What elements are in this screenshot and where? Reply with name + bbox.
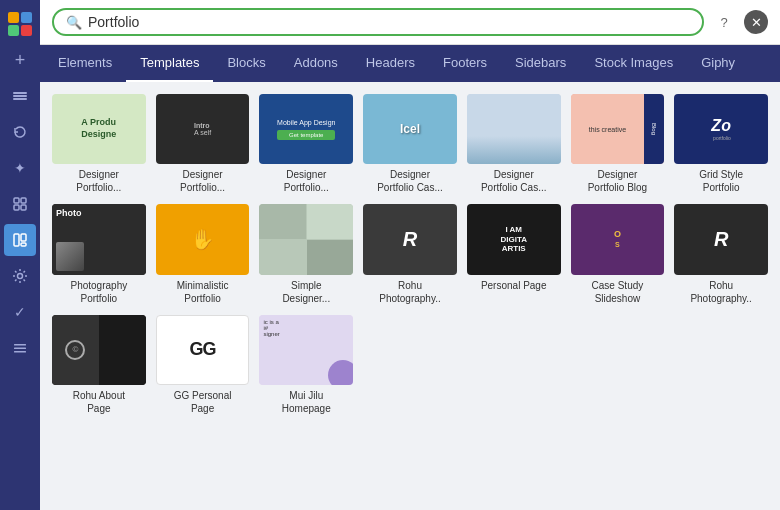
template-item[interactable]: ZoportfolioGrid StylePortfolio (674, 94, 768, 194)
template-grid: A ProduDesigneDesignerPortfolio...IntroA… (52, 94, 768, 415)
template-item[interactable]: A ProduDesigneDesignerPortfolio... (52, 94, 146, 194)
content-area: A ProduDesigneDesignerPortfolio...IntroA… (40, 82, 780, 510)
svg-rect-6 (13, 98, 27, 100)
tab-addons[interactable]: Addons (280, 45, 352, 82)
main-content: 🔍 ? ✕ Elements Templates Blocks Addons H… (40, 0, 780, 510)
template-label: Mui JiluHomepage (259, 389, 353, 415)
svg-rect-10 (21, 205, 26, 210)
sidebar-item-menu[interactable] (4, 332, 36, 364)
template-label: Rohu AboutPage (52, 389, 146, 415)
tab-blocks[interactable]: Blocks (213, 45, 279, 82)
tab-sidebars[interactable]: Sidebars (501, 45, 580, 82)
svg-rect-7 (14, 198, 19, 203)
close-button[interactable]: ✕ (744, 10, 768, 34)
help-button[interactable]: ? (712, 10, 736, 34)
template-item[interactable]: IcelDesignerPortfolio Cas... (363, 94, 457, 194)
tab-stock-images[interactable]: Stock Images (580, 45, 687, 82)
template-label: RohuPhotography.. (363, 279, 457, 305)
svg-rect-16 (14, 348, 26, 350)
template-label: SimpleDesigner... (259, 279, 353, 305)
template-item[interactable]: OSCase StudySlideshow (571, 204, 665, 304)
svg-rect-4 (13, 92, 27, 94)
svg-rect-5 (13, 95, 27, 97)
svg-rect-8 (21, 198, 26, 203)
tab-elements[interactable]: Elements (44, 45, 126, 82)
tab-giphy[interactable]: Giphy (687, 45, 749, 82)
sidebar: + ✦ ✓ (0, 0, 40, 510)
nav-tabs: Elements Templates Blocks Addons Headers… (40, 45, 780, 82)
template-label: Case StudySlideshow (571, 279, 665, 305)
template-label: Grid StylePortfolio (674, 168, 768, 194)
template-label: DesignerPortfolio... (156, 168, 250, 194)
template-item[interactable]: I AMDIGITAARTISPersonal Page (467, 204, 561, 304)
svg-rect-12 (21, 234, 26, 241)
template-item[interactable]: this creativeBlogDesignerPortfolio Blog (571, 94, 665, 194)
svg-rect-11 (14, 234, 19, 246)
search-icon: 🔍 (66, 15, 82, 30)
sidebar-item-history[interactable] (4, 116, 36, 148)
search-actions: ? ✕ (712, 10, 768, 34)
template-item[interactable]: ic is ai#signerMui JiluHomepage (259, 315, 353, 415)
sidebar-item-check[interactable]: ✓ (4, 296, 36, 328)
template-label: DesignerPortfolio... (259, 168, 353, 194)
template-item[interactable]: ©Rohu AboutPage (52, 315, 146, 415)
svg-rect-9 (14, 205, 19, 210)
sidebar-item-widget[interactable] (4, 188, 36, 220)
template-label: PhotographyPortfolio (52, 279, 146, 305)
template-label: DesignerPortfolio Blog (571, 168, 665, 194)
sidebar-item-layers[interactable] (4, 80, 36, 112)
svg-point-14 (18, 274, 23, 279)
template-label: DesignerPortfolio Cas... (363, 168, 457, 194)
sidebar-item-add[interactable]: + (4, 44, 36, 76)
svg-rect-3 (21, 25, 32, 36)
sidebar-logo[interactable] (4, 8, 36, 40)
search-bar: 🔍 ? ✕ (40, 0, 780, 45)
template-label: MinimalisticPortfolio (156, 279, 250, 305)
template-item[interactable]: RRohuPhotography.. (674, 204, 768, 304)
svg-rect-0 (8, 12, 19, 23)
svg-rect-13 (21, 243, 26, 246)
tab-headers[interactable]: Headers (352, 45, 429, 82)
template-label: GG PersonalPage (156, 389, 250, 415)
template-item[interactable]: Mobile App DesignGet templateDesignerPor… (259, 94, 353, 194)
svg-rect-17 (14, 351, 26, 353)
search-input[interactable] (88, 14, 690, 30)
template-item[interactable]: IntroA selfDesignerPortfolio... (156, 94, 250, 194)
sidebar-item-settings[interactable] (4, 260, 36, 292)
svg-rect-1 (21, 12, 32, 23)
sidebar-item-magic[interactable]: ✦ (4, 152, 36, 184)
template-item[interactable]: SimpleDesigner... (259, 204, 353, 304)
template-item[interactable]: ✋MinimalisticPortfolio (156, 204, 250, 304)
template-label: RohuPhotography.. (674, 279, 768, 305)
template-item[interactable]: PhotoPhotographyPortfolio (52, 204, 146, 304)
tab-templates[interactable]: Templates (126, 45, 213, 82)
template-item[interactable]: RRohuPhotography.. (363, 204, 457, 304)
template-item[interactable]: DesignerPortfolio Cas... (467, 94, 561, 194)
search-wrapper: 🔍 (52, 8, 704, 36)
sidebar-item-library[interactable] (4, 224, 36, 256)
tab-footers[interactable]: Footers (429, 45, 501, 82)
template-label: Personal Page (467, 279, 561, 292)
svg-rect-2 (8, 25, 19, 36)
svg-rect-15 (14, 344, 26, 346)
template-label: DesignerPortfolio... (52, 168, 146, 194)
template-label: DesignerPortfolio Cas... (467, 168, 561, 194)
template-item[interactable]: GGGG PersonalPage (156, 315, 250, 415)
